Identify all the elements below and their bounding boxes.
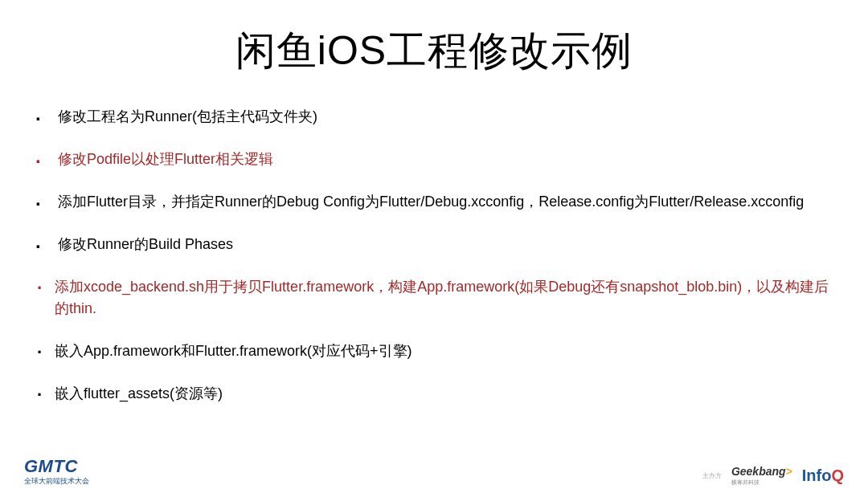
slide-content: 修改工程名为Runner(包括主代码文件夹) 修改Podfile以处理Flutt…	[32, 106, 836, 405]
bullet-text: 修改Runner的Build Phases	[58, 236, 233, 252]
slide-title: 闲鱼iOS工程修改示例	[32, 24, 836, 78]
footer-right: 主办方 Geekbang> 极客邦科技 InfoQ	[702, 465, 844, 487]
infoq-q: Q	[831, 467, 844, 484]
geekbang-text: Geekbang	[731, 465, 786, 478]
infoq-logo: InfoQ	[802, 467, 844, 485]
gmtc-logo: GMTC	[24, 456, 78, 477]
gmtc-subtitle: 全球大前端技术大会	[24, 476, 89, 487]
geekbang-logo: Geekbang> 极客邦科技	[731, 465, 792, 487]
sponsor-label: 主办方	[702, 471, 722, 480]
infoq-pre: Info	[802, 467, 832, 484]
sub-bullet-item: 嵌入flutter_assets(资源等)	[45, 383, 836, 405]
geekbang-subtitle: 极客邦科技	[731, 479, 792, 487]
sub-bullet-highlight: 添加xcode_backend.sh用于拷贝Flutter.framework，…	[45, 276, 836, 320]
sub-bullet-list: 添加xcode_backend.sh用于拷贝Flutter.framework，…	[58, 276, 836, 405]
footer-left: GMTC 全球大前端技术大会	[24, 456, 89, 487]
slide-container: 闲鱼iOS工程修改示例 修改工程名为Runner(包括主代码文件夹) 修改Pod…	[0, 0, 868, 493]
bullet-item: 修改Runner的Build Phases 添加xcode_backend.sh…	[32, 234, 836, 405]
bullet-list: 修改工程名为Runner(包括主代码文件夹) 修改Podfile以处理Flutt…	[32, 106, 836, 405]
bullet-item-highlight: 修改Podfile以处理Flutter相关逻辑	[32, 149, 836, 170]
bullet-item: 添加Flutter目录，并指定Runner的Debug Config为Flutt…	[32, 191, 836, 213]
sub-bullet-item: 嵌入App.framework和Flutter.framework(对应代码+引…	[45, 340, 836, 362]
geekbang-arrow: >	[786, 465, 792, 478]
footer: GMTC 全球大前端技术大会 主办方 Geekbang> 极客邦科技 InfoQ	[0, 456, 868, 487]
bullet-item: 修改工程名为Runner(包括主代码文件夹)	[32, 106, 836, 128]
